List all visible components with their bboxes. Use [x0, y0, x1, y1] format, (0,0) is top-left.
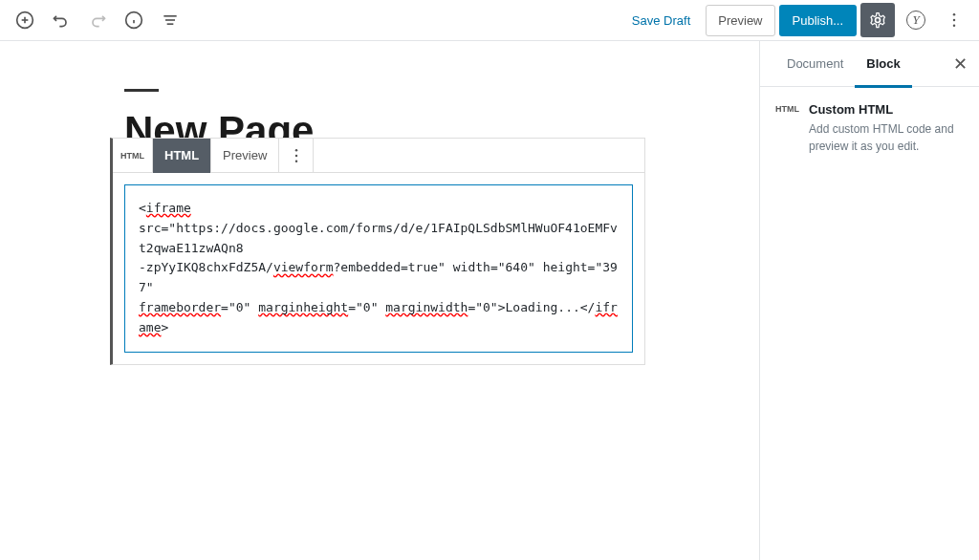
document-tab[interactable]: Document [775, 41, 855, 87]
dots-vertical-icon [945, 11, 964, 30]
preview-tab[interactable]: Preview [211, 139, 279, 173]
block-more-button[interactable] [279, 139, 314, 173]
block-info-description: Add custom HTML code and preview it as y… [809, 120, 964, 155]
svg-point-14 [295, 160, 298, 162]
block-info-panel: HTML Custom HTML Add custom HTML code an… [760, 87, 979, 170]
yoast-icon: Y [906, 11, 925, 30]
add-block-button[interactable] [8, 3, 42, 37]
block-info-icon: HTML [775, 102, 799, 155]
gear-icon [868, 11, 887, 30]
main-area: New Page HTML HTML Preview <iframe src="… [0, 41, 979, 560]
list-icon [161, 11, 180, 30]
block-tab[interactable]: Block [855, 41, 911, 87]
undo-button[interactable] [44, 3, 78, 37]
editor-area: New Page HTML HTML Preview <iframe src="… [0, 41, 759, 560]
svg-point-10 [953, 19, 956, 22]
sidebar: Document Block ✕ HTML Custom HTML Add cu… [759, 41, 979, 560]
save-draft-button[interactable]: Save Draft [620, 6, 702, 35]
code-textarea[interactable]: <iframe src="https://docs.google.com/for… [124, 184, 633, 353]
sidebar-close-button[interactable]: ✕ [948, 53, 971, 75]
redo-icon [88, 11, 107, 30]
toolbar-left [8, 3, 187, 37]
svg-point-9 [953, 13, 956, 15]
undo-icon [52, 11, 71, 30]
dots-vertical-icon [287, 146, 306, 165]
block-info-text: Custom HTML Add custom HTML code and pre… [809, 102, 964, 155]
sidebar-tabs: Document Block ✕ [760, 41, 979, 87]
info-icon [124, 11, 143, 30]
info-button[interactable] [117, 3, 151, 37]
code-area-wrapper: <iframe src="https://docs.google.com/for… [113, 173, 644, 364]
yoast-button[interactable]: Y [899, 3, 933, 37]
svg-point-11 [953, 25, 956, 28]
plus-circle-icon [15, 11, 34, 30]
block-info-title: Custom HTML [809, 102, 964, 117]
svg-point-12 [295, 148, 298, 151]
outline-button[interactable] [153, 3, 187, 37]
toolbar-right: Save Draft Preview Publish... Y [620, 3, 971, 37]
title-separator [124, 89, 159, 92]
svg-point-13 [295, 154, 298, 157]
top-toolbar: Save Draft Preview Publish... Y [0, 0, 979, 41]
block-toolbar: HTML HTML Preview [113, 139, 644, 173]
html-block: HTML HTML Preview <iframe src="https://d… [110, 138, 645, 365]
editor-content: New Page HTML HTML Preview <iframe src="… [110, 89, 645, 365]
preview-button[interactable]: Preview [706, 5, 774, 36]
more-options-button[interactable] [937, 3, 971, 37]
redo-button[interactable] [80, 3, 115, 37]
publish-button[interactable]: Publish... [779, 5, 857, 36]
close-icon: ✕ [953, 54, 968, 75]
html-tab[interactable]: HTML [153, 139, 211, 173]
settings-button[interactable] [860, 3, 895, 37]
block-type-indicator[interactable]: HTML [113, 139, 153, 173]
